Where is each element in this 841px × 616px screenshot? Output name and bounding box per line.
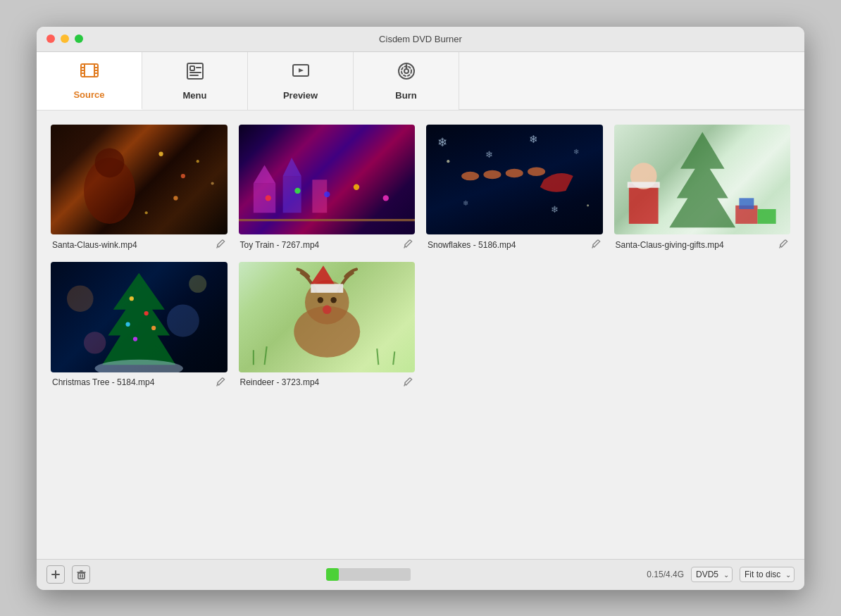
window-title: Cisdem DVD Burner: [379, 34, 462, 44]
svg-point-38: [382, 195, 388, 201]
disc-type-wrapper[interactable]: DVD5 DVD9: [691, 567, 733, 582]
svg-point-17: [404, 69, 409, 73]
svg-line-84: [404, 384, 405, 386]
fit-option-wrapper[interactable]: Fit to disc Do not fit: [740, 567, 795, 582]
svg-point-63: [167, 305, 199, 337]
list-item[interactable]: Santa-Claus-giving-gifts.mp4: [614, 125, 791, 251]
svg-rect-78: [311, 284, 343, 293]
svg-line-81: [264, 346, 266, 365]
delete-button[interactable]: [72, 565, 90, 584]
edit-icon[interactable]: [216, 377, 226, 389]
video-info: Reindeer - 3723.mp4: [239, 377, 416, 389]
tab-preview[interactable]: Preview: [248, 52, 354, 110]
list-item[interactable]: Toy Train - 7267.mp4: [239, 125, 416, 251]
svg-point-25: [211, 182, 214, 184]
video-info: Snowflakes - 5186.mp4: [426, 239, 603, 251]
svg-point-21: [158, 151, 163, 156]
svg-point-36: [324, 191, 330, 196]
video-thumbnail: [51, 125, 228, 235]
edit-icon[interactable]: [216, 239, 226, 251]
video-info: Christmas Tree - 5184.mp4: [51, 377, 228, 389]
svg-point-43: [528, 167, 545, 176]
video-thumbnail: ❄ ❄ ❄ ❄ ❄ ❄: [426, 125, 603, 235]
svg-point-67: [144, 311, 149, 315]
svg-marker-53: [669, 132, 735, 227]
main-content: Santa-Claus-wink.mp4: [37, 111, 804, 559]
list-item[interactable]: Santa-Claus-wink.mp4: [51, 125, 228, 251]
svg-text:❄: ❄: [551, 205, 559, 215]
svg-point-77: [322, 306, 331, 315]
video-name: Toy Train - 7267.mp4: [240, 240, 320, 250]
svg-point-66: [130, 296, 134, 301]
svg-point-42: [506, 168, 523, 177]
tab-menu-label: Menu: [183, 90, 207, 101]
svg-text:❄: ❄: [573, 147, 579, 155]
film-icon: [80, 61, 99, 85]
add-button[interactable]: [46, 565, 65, 584]
svg-point-40: [461, 171, 479, 180]
edit-icon[interactable]: [404, 239, 413, 251]
close-button[interactable]: [46, 34, 55, 43]
tab-preview-label: Preview: [283, 90, 318, 101]
svg-point-64: [84, 332, 106, 353]
video-name: Santa-Claus-wink.mp4: [52, 240, 137, 250]
svg-point-75: [317, 297, 323, 303]
list-item[interactable]: Christmas Tree - 5184.mp4: [51, 262, 228, 389]
svg-marker-31: [282, 157, 301, 175]
video-name: Christmas Tree - 5184.mp4: [52, 377, 154, 387]
edit-icon[interactable]: [779, 239, 789, 251]
svg-point-68: [125, 322, 130, 327]
svg-line-82: [377, 348, 378, 365]
svg-rect-58: [739, 198, 754, 209]
svg-rect-54: [628, 183, 658, 223]
svg-point-69: [151, 326, 156, 330]
svg-rect-9: [187, 63, 203, 79]
video-name: Reindeer - 3723.mp4: [240, 377, 320, 387]
svg-marker-29: [253, 165, 275, 183]
svg-line-83: [393, 351, 394, 365]
svg-rect-59: [757, 209, 775, 224]
video-info: Toy Train - 7267.mp4: [239, 239, 416, 251]
svg-rect-10: [190, 66, 194, 70]
maximize-button[interactable]: [75, 34, 83, 43]
tab-burn[interactable]: Burn: [354, 52, 459, 110]
svg-text:❄: ❄: [485, 149, 493, 159]
svg-line-60: [780, 246, 780, 249]
svg-line-52: [592, 246, 593, 249]
svg-rect-30: [282, 176, 301, 213]
fit-option-select[interactable]: Fit to disc Do not fit: [740, 567, 795, 582]
progress-bar-container: [326, 568, 411, 581]
svg-marker-79: [311, 265, 334, 284]
edit-icon[interactable]: [592, 239, 602, 251]
disc-type-select[interactable]: DVD5 DVD9: [691, 567, 733, 582]
video-name: Snowflakes - 5186.mp4: [428, 240, 516, 250]
svg-point-70: [133, 337, 137, 341]
video-thumbnail: [239, 125, 416, 235]
tab-menu[interactable]: Menu: [142, 52, 248, 110]
svg-point-50: [447, 160, 449, 163]
edit-icon[interactable]: [404, 377, 413, 389]
svg-line-39: [404, 246, 405, 249]
menu-icon: [185, 61, 205, 86]
svg-point-22: [181, 173, 185, 177]
svg-point-23: [197, 160, 199, 163]
app-window: Cisdem DVD Burner Source: [37, 27, 804, 590]
list-item[interactable]: ❄ ❄ ❄ ❄ ❄ ❄ Snowflakes - 5186.mp4: [426, 125, 603, 251]
svg-rect-56: [627, 182, 659, 187]
svg-text:❄: ❄: [463, 199, 468, 206]
svg-text:❄: ❄: [529, 134, 538, 145]
list-item[interactable]: Reindeer - 3723.mp4: [239, 262, 416, 389]
svg-line-72: [217, 384, 218, 386]
svg-marker-61: [102, 273, 175, 365]
video-thumbnail: [614, 125, 791, 235]
preview-icon: [291, 61, 311, 86]
svg-point-65: [189, 275, 206, 293]
burn-icon: [397, 61, 416, 86]
svg-rect-28: [253, 183, 275, 213]
minimize-button[interactable]: [61, 34, 69, 43]
svg-point-20: [95, 148, 125, 177]
toolbar: Source Menu Pre: [37, 52, 804, 111]
tab-source[interactable]: Source: [37, 52, 142, 110]
window-controls: [46, 34, 83, 43]
titlebar: Cisdem DVD Burner: [37, 27, 804, 52]
